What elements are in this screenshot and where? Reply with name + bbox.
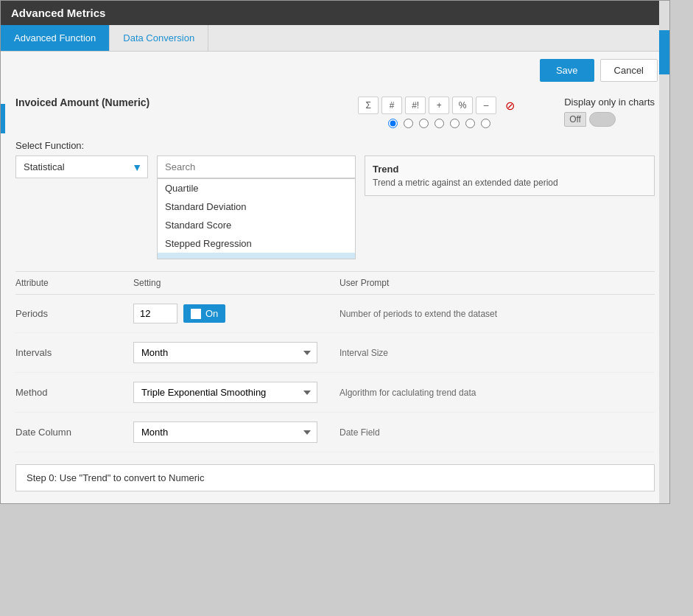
attr-label-periods: Periods — [15, 308, 133, 319]
list-item-std-score[interactable]: Standard Score — [158, 216, 355, 234]
select-function-section: Select Function: Statistical ▼ Quartile … — [15, 140, 655, 259]
tab-advanced-function[interactable]: Advanced Function — [1, 25, 110, 51]
function-select[interactable]: Statistical — [15, 155, 148, 178]
intervals-select[interactable]: Month Week Day Year Quarter — [133, 342, 317, 363]
attr-desc-intervals: Interval Size — [340, 348, 655, 358]
col-user-prompt: User Prompt — [340, 278, 655, 288]
attr-setting-periods: On — [133, 304, 340, 323]
list-item-std-dev[interactable]: Standard Deviation — [158, 197, 355, 216]
step-bar-text: Step 0: Use "Trend" to convert to Numeri… — [27, 472, 204, 483]
attr-setting-intervals: Month Week Day Year Quarter — [133, 342, 340, 363]
left-blue-bar — [1, 104, 5, 133]
function-row: Statistical ▼ Quartile Standard Deviatio… — [15, 155, 655, 259]
radio-3[interactable] — [419, 119, 429, 128]
modal-title: Advanced Metrics — [11, 7, 105, 19]
on-toggle-label: On — [205, 308, 218, 319]
attr-row-periods: Periods On Number of periods to extend t… — [15, 295, 655, 333]
attributes-table: Attribute Setting User Prompt Periods On… — [15, 271, 655, 452]
minus-icon[interactable]: – — [476, 97, 496, 114]
scrollbar-thumb[interactable] — [659, 30, 669, 74]
field-title: Invoiced Amount (Numeric) — [15, 97, 149, 108]
radio-6[interactable] — [465, 119, 475, 128]
radio-7[interactable] — [481, 119, 490, 128]
select-function-label: Select Function: — [15, 140, 655, 151]
function-dropdown: Statistical ▼ — [15, 155, 148, 178]
percent-icon[interactable]: % — [452, 97, 473, 114]
toolbar: Save Cancel — [1, 52, 669, 89]
icon-section: Σ # #! + % – ⊘ — [358, 97, 520, 128]
block-icon[interactable]: ⊘ — [499, 97, 520, 114]
attr-row-intervals: Intervals Month Week Day Year Quarter In… — [15, 333, 655, 373]
plus-icon[interactable]: + — [429, 97, 449, 114]
hash-icon[interactable]: # — [381, 97, 402, 114]
radio-row — [388, 119, 490, 128]
date-column-select[interactable]: Month Week Day Year Quarter — [133, 421, 317, 443]
list-item-quartile[interactable]: Quartile — [158, 179, 355, 197]
tab-bar: Advanced Function Data Conversion — [1, 25, 669, 52]
attr-header-row: Attribute Setting User Prompt — [15, 272, 655, 295]
tab-data-conversion[interactable]: Data Conversion — [110, 25, 208, 51]
method-select[interactable]: Triple Exponential Smoothing Linear Expo… — [133, 382, 317, 403]
attr-setting-date-column: Month Week Day Year Quarter — [133, 421, 340, 443]
attr-desc-method: Algorithm for caclulating trend data — [340, 388, 655, 398]
icons-top: Σ # #! + % – ⊘ — [358, 97, 520, 114]
title-bar: Advanced Metrics — [1, 1, 669, 25]
attr-setting-method: Triple Exponential Smoothing Linear Expo… — [133, 382, 340, 403]
display-only-label: Display only in charts — [564, 97, 655, 108]
cancel-button[interactable]: Cancel — [600, 59, 658, 82]
attr-row-method: Method Triple Exponential Smoothing Line… — [15, 373, 655, 413]
list-item-trend[interactable]: Trend — [158, 253, 355, 259]
radio-5[interactable] — [450, 119, 460, 128]
attr-row-date-column: Date Column Month Week Day Year Quarter … — [15, 413, 655, 452]
toggle-container: Off — [564, 112, 616, 127]
function-list: Quartile Standard Deviation Standard Sco… — [157, 178, 356, 259]
toggle-off-label: Off — [564, 112, 586, 127]
save-button[interactable]: Save — [540, 59, 594, 82]
attr-desc-date-column: Date Field — [340, 427, 655, 438]
description-box: Trend Trend a metric against an extended… — [365, 155, 655, 196]
attr-desc-periods: Number of periods to extend the dataset — [340, 309, 655, 319]
periods-input[interactable] — [133, 304, 177, 323]
attr-label-intervals: Intervals — [15, 347, 133, 358]
display-only-toggle[interactable] — [589, 112, 616, 127]
description-text: Trend a metric against an extended date … — [373, 178, 647, 188]
radio-1[interactable] — [388, 119, 398, 128]
search-input[interactable] — [157, 155, 356, 178]
toggle-box-icon — [191, 309, 201, 319]
content-area: Invoiced Amount (Numeric) Σ # #! + % – ⊘ — [1, 89, 669, 503]
attr-label-method: Method — [15, 387, 133, 398]
attr-label-date-column: Date Column — [15, 427, 133, 438]
scrollbar[interactable] — [659, 1, 669, 503]
step-bar: Step 0: Use "Trend" to convert to Numeri… — [15, 464, 655, 491]
field-header: Invoiced Amount (Numeric) Σ # #! + % – ⊘ — [15, 89, 655, 134]
radio-4[interactable] — [435, 119, 444, 128]
hash-exclaim-icon[interactable]: #! — [405, 97, 426, 114]
on-toggle[interactable]: On — [183, 304, 225, 323]
radio-2[interactable] — [404, 119, 413, 128]
display-only-section: Display only in charts Off — [564, 97, 655, 127]
sigma-icon[interactable]: Σ — [358, 97, 379, 114]
description-title: Trend — [373, 164, 647, 175]
list-item-stepped-reg[interactable]: Stepped Regression — [158, 234, 355, 253]
col-setting: Setting — [133, 278, 340, 288]
search-list-section: Quartile Standard Deviation Standard Sco… — [157, 155, 356, 259]
col-attribute: Attribute — [15, 278, 133, 288]
